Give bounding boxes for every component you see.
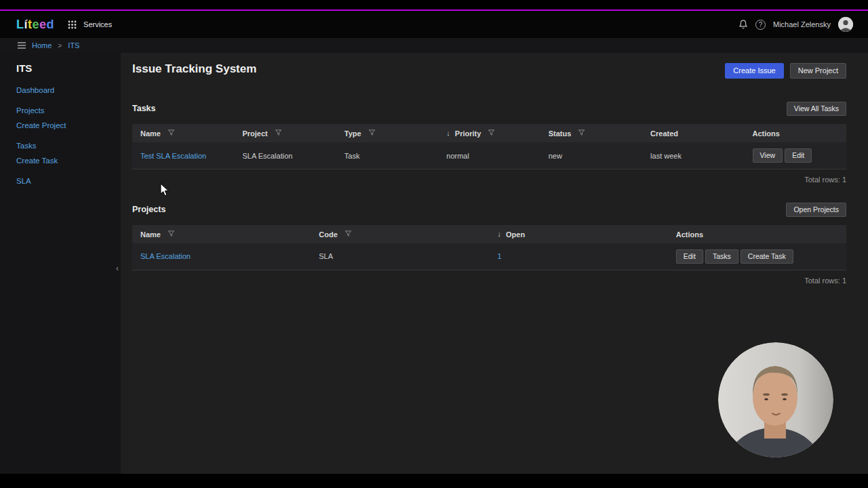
letterbox-bottom [0,474,868,488]
table-row: SLA Escalation SLA 1 Edit Tasks Create T… [132,243,846,270]
projects-table-header-row: Name Code ↓ Open [132,225,846,244]
tasks-section-header: Tasks View All Tasks [132,102,846,116]
sidebar-item-projects[interactable]: Projects [16,106,121,115]
app-logo[interactable]: Líteed [16,18,54,32]
edit-task-button[interactable]: Edit [785,148,812,163]
tasks-column-type[interactable]: Type [336,124,438,143]
apps-grid-icon[interactable] [68,20,77,29]
tasks-column-name[interactable]: Name [132,124,234,143]
user-avatar-icon[interactable] [838,17,853,32]
letterbox-top [0,0,868,9]
task-type-cell: Task [336,142,438,169]
page-actions: Create Issue New Project [725,63,846,79]
sort-desc-icon: ↓ [498,230,502,238]
presenter-video [718,342,833,458]
projects-column-open[interactable]: ↓ Open [490,225,668,244]
tasks-column-project[interactable]: Project [234,124,336,143]
navbar-right: ? Michael Zelensky [738,17,853,32]
task-name-link[interactable]: Test SLA Escalation [140,152,206,160]
filter-icon[interactable] [344,230,352,239]
breadcrumb: Home > ITS [0,38,868,53]
projects-section-title: Projects [132,205,165,214]
project-code-cell: SLA [311,243,489,270]
tasks-table: Name Project Type [132,124,846,169]
filter-icon[interactable] [167,230,175,239]
tasks-section: Tasks View All Tasks Name Project [132,102,846,184]
sidebar-item-create-task[interactable]: Create Task [16,157,121,165]
project-open-count-link[interactable]: 1 [498,252,502,260]
navbar-left: Líteed Services [16,18,112,32]
filter-icon[interactable] [167,129,175,138]
table-row: Test SLA Escalation SLA Escalation Task … [132,142,846,169]
breadcrumb-separator: > [58,42,62,49]
projects-column-code[interactable]: Code [311,225,489,244]
menu-icon[interactable] [18,42,26,49]
projects-section: Projects Open Projects Name Code [132,203,846,285]
task-created-cell: last week [642,142,744,169]
task-priority-cell: normal [438,142,540,169]
project-create-task-button[interactable]: Create Task [741,249,793,264]
help-icon[interactable]: ? [755,20,766,30]
create-issue-button[interactable]: Create Issue [725,63,783,79]
sidebar-item-dashboard[interactable]: Dashboard [16,86,121,94]
filter-icon[interactable] [368,129,376,138]
tasks-table-header-row: Name Project Type [132,124,846,143]
page-title: Issue Tracking System [132,62,256,76]
view-all-tasks-button[interactable]: View All Tasks [787,102,846,116]
task-status-cell: new [540,142,642,169]
projects-total-rows: Total rows: 1 [132,277,846,285]
projects-column-name[interactable]: Name [132,225,311,244]
tasks-column-priority[interactable]: ↓ Priority [438,124,540,143]
view-task-button[interactable]: View [753,148,783,163]
tasks-column-created[interactable]: Created [642,124,744,143]
user-name[interactable]: Michael Zelensky [773,20,831,28]
services-link[interactable]: Services [83,20,112,28]
projects-section-header: Projects Open Projects [132,203,846,217]
sidebar-item-tasks[interactable]: Tasks [16,142,121,150]
breadcrumb-its[interactable]: ITS [68,41,79,49]
sidebar: ITS Dashboard Projects Create Project Ta… [0,53,121,474]
sidebar-item-sla[interactable]: SLA [16,177,121,185]
page-header: Issue Tracking System Create Issue New P… [132,61,846,79]
task-actions-cell: View Edit [745,142,846,169]
edit-project-button[interactable]: Edit [676,249,703,264]
notifications-bell-icon[interactable] [738,20,748,29]
tasks-column-status[interactable]: Status [540,124,642,143]
project-tasks-button[interactable]: Tasks [705,249,738,264]
project-name-link[interactable]: SLA Escalation [140,252,191,260]
top-navbar: Líteed Services ? Michael [0,11,868,38]
new-project-button[interactable]: New Project [790,63,846,79]
project-actions-cell: Edit Tasks Create Task [668,243,846,270]
sort-desc-icon: ↓ [446,129,450,137]
tasks-section-title: Tasks [132,104,156,113]
filter-icon[interactable] [488,129,495,138]
open-projects-button[interactable]: Open Projects [786,203,846,217]
breadcrumb-home[interactable]: Home [32,41,52,49]
sidebar-title: ITS [16,62,121,74]
filter-icon[interactable] [275,129,282,138]
filter-icon[interactable] [578,129,585,138]
projects-column-actions: Actions [668,225,846,244]
task-project-cell: SLA Escalation [234,142,336,169]
sidebar-collapse-icon[interactable]: ‹ [116,264,119,272]
tasks-column-actions: Actions [745,124,846,143]
sidebar-item-create-project[interactable]: Create Project [16,121,121,129]
projects-table: Name Code ↓ Open [132,225,846,270]
webcam-overlay [718,342,833,458]
tasks-total-rows: Total rows: 1 [132,176,846,184]
help-glyph: ? [759,21,763,28]
